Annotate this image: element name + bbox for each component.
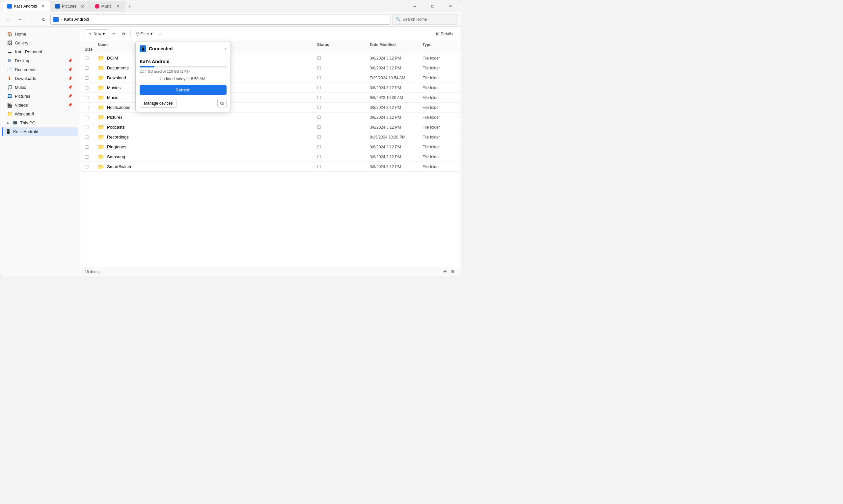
tab-kats-android[interactable]: Kat's Android ✕ — [3, 1, 50, 12]
grid-view-button[interactable]: ⊞ — [449, 269, 455, 275]
row-type-11: File folder — [423, 164, 455, 169]
details-button[interactable]: ⊞ Details — [433, 30, 455, 37]
file-row[interactable]: ☐ 📁 SmartSwitch ☐ 3/8/2024 3:12 PM File … — [79, 162, 461, 172]
sidebar-item-gallery[interactable]: 🖼 Gallery — [2, 38, 78, 47]
sidebar-item-kats-android[interactable]: 📱 Kat's Android — [2, 127, 78, 136]
sidebar-label-work-stuff: Work stuff — [15, 111, 34, 116]
manage-devices-button[interactable]: Manage devices — [140, 99, 177, 108]
sidebar-item-work-stuff[interactable]: 📁 Work stuff — [2, 110, 78, 118]
row-status-8: ☐ — [317, 134, 370, 140]
row-status-0: ☐ — [317, 56, 370, 60]
list-view-button[interactable]: ☰ — [442, 269, 448, 275]
address-bar[interactable]: › Kat's Android — [50, 14, 391, 25]
pin-pictures-icon: 📌 — [68, 94, 72, 98]
tab-close-kats-android[interactable]: ✕ — [40, 4, 46, 9]
cut-button[interactable]: ✂ — [110, 30, 118, 37]
sidebar-item-kat-personal[interactable]: ☁ Kat - Personal — [2, 47, 78, 56]
videos-icon: 🎬 — [7, 102, 12, 108]
pictures-sidebar-icon: 🖼 — [7, 93, 12, 99]
row-name-11: 📁 SmartSwitch — [98, 163, 317, 170]
up-button[interactable]: ↑ — [27, 14, 37, 25]
new-plus-icon: ＋ — [88, 31, 92, 37]
new-button[interactable]: ＋ New ▾ — [85, 29, 108, 38]
toolbar-separator — [131, 31, 131, 37]
row-type-0: File folder — [423, 56, 455, 60]
row-name-7: 📁 Podcasts — [98, 124, 317, 130]
tab-close-pictures[interactable]: ✕ — [80, 4, 86, 9]
tab-close-music[interactable]: ✕ — [115, 4, 121, 9]
row-date-8: 8/15/2024 10:28 PM — [370, 135, 423, 140]
add-tab-button[interactable]: + — [126, 2, 134, 10]
row-type-2: File folder — [423, 76, 455, 80]
tab-music[interactable]: Music ✕ — [90, 1, 125, 12]
sidebar-label-desktop: Desktop — [15, 58, 31, 63]
row-status-icon-9: ☐ — [85, 144, 98, 150]
sidebar-label-this-pc: This PC — [20, 121, 35, 125]
tab-pictures[interactable]: Pictures ✕ — [51, 1, 90, 12]
tab-pictures-icon — [55, 4, 60, 8]
details-icon: ⊞ — [436, 32, 439, 36]
tab-label-music: Music — [101, 4, 111, 8]
sidebar-item-videos[interactable]: 🎬 Videos 📌 — [2, 101, 78, 109]
refresh-nav-button[interactable]: ↻ — [38, 14, 49, 25]
col-header-size[interactable]: Size — [85, 47, 98, 52]
title-bar: Kat's Android ✕ Pictures ✕ Music ✕ + ─ □… — [0, 0, 461, 12]
filter-icon: ▽ — [136, 32, 139, 36]
tab-label-pictures: Pictures — [62, 4, 76, 8]
sidebar-item-documents[interactable]: 📄 Documents 📌 — [2, 65, 78, 74]
row-type-3: File folder — [423, 86, 455, 90]
search-box[interactable]: 🔍 Search Home — [392, 14, 458, 25]
copy-button[interactable]: ⧉ — [120, 30, 128, 37]
details-label: Details — [441, 32, 453, 36]
popup-device-name: Kat's Android — [140, 59, 226, 64]
filter-dropdown-icon: ▾ — [151, 32, 153, 36]
popup-header: 📱 Connected › — [140, 46, 226, 52]
documents-icon: 📄 — [7, 67, 12, 72]
sidebar-label-kat-personal: Kat - Personal — [15, 49, 42, 54]
row-type-10: File folder — [423, 155, 455, 159]
row-status-icon-6: ☐ — [85, 115, 98, 120]
sidebar-label-videos: Videos — [15, 103, 28, 108]
row-status-4: ☐ — [317, 95, 370, 100]
sidebar-label-documents: Documents — [15, 67, 37, 72]
popup-copy-link-button[interactable]: ⧉ — [217, 99, 226, 108]
col-header-date[interactable]: Date Modified — [370, 42, 423, 47]
back-button[interactable]: ← — [3, 14, 14, 25]
row-name-10: 📁 Samsung — [98, 154, 317, 160]
sidebar-item-desktop[interactable]: 🖥 Desktop 📌 — [2, 56, 78, 65]
sidebar-item-this-pc[interactable]: ▶ 💻 This PC — [2, 119, 78, 127]
row-date-1: 3/8/2024 3:12 PM — [370, 66, 423, 70]
file-row[interactable]: ☐ 📁 Pictures ☐ 3/8/2024 3:12 PM File fol… — [79, 112, 461, 122]
connected-device-popup: 📱 Connected › Kat's Android 22.4 GB used… — [135, 41, 231, 112]
row-status-icon-8: ☐ — [85, 134, 98, 140]
sidebar-item-downloads[interactable]: ⬇ Downloads 📌 — [2, 74, 78, 83]
folder-icon-1: 📁 — [98, 65, 104, 71]
row-type-9: File folder — [423, 145, 455, 149]
col-header-status[interactable]: Status — [317, 42, 370, 47]
row-status-3: ☐ — [317, 85, 370, 90]
popup-chevron-icon[interactable]: › — [225, 47, 226, 51]
filter-label: Filter — [140, 32, 149, 36]
file-row[interactable]: ☐ 📁 Samsung ☐ 3/8/2024 3:12 PM File fold… — [79, 152, 461, 162]
row-status-icon-11: ☐ — [85, 164, 98, 169]
sidebar-item-pictures[interactable]: 🖼 Pictures 📌 — [2, 92, 78, 100]
pin-documents-icon: 📌 — [68, 68, 72, 72]
row-date-0: 3/8/2024 3:12 PM — [370, 56, 423, 60]
file-row[interactable]: ☐ 📁 Ringtones ☐ 3/8/2024 3:12 PM File fo… — [79, 142, 461, 152]
music-icon: 🎵 — [7, 85, 12, 90]
col-header-type[interactable]: Type — [423, 42, 455, 47]
folder-icon-9: 📁 — [98, 144, 104, 150]
file-row[interactable]: ☐ 📁 Podcasts ☐ 3/8/2024 3:12 PM File fol… — [79, 122, 461, 132]
close-button[interactable]: ✕ — [443, 1, 458, 12]
sidebar-item-music[interactable]: 🎵 Music 📌 — [2, 83, 78, 91]
popup-refresh-button[interactable]: Refresh — [140, 85, 226, 95]
minimize-button[interactable]: ─ — [407, 1, 423, 12]
forward-button[interactable]: → — [15, 14, 25, 25]
this-pc-icon: 💻 — [12, 120, 17, 125]
file-row[interactable]: ☐ 📁 Recordings ☐ 8/15/2024 10:28 PM File… — [79, 132, 461, 142]
filter-button[interactable]: ▽ Filter ▾ — [133, 30, 155, 37]
more-options-button[interactable]: ··· — [156, 30, 165, 37]
view-toggle-icons: ☰ ⊞ — [442, 269, 455, 275]
sidebar-item-home[interactable]: 🏠 Home — [2, 30, 78, 38]
maximize-button[interactable]: □ — [425, 1, 440, 12]
